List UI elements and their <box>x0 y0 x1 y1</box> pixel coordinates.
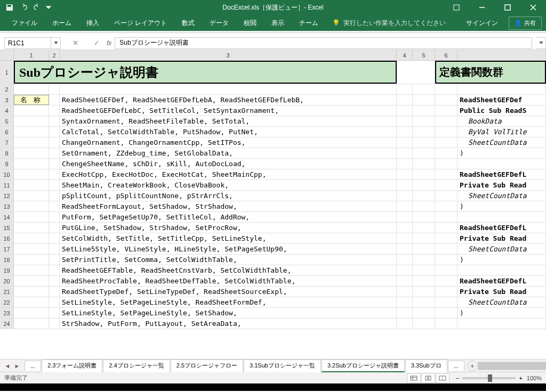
cell[interactable]: ExecHotCpp, ExecHotDoc, ExecHotCat, Shee… <box>60 169 397 179</box>
cell[interactable] <box>397 201 413 211</box>
cell[interactable] <box>413 212 435 222</box>
view-pagebreak-button[interactable] <box>436 373 449 383</box>
zoom-value[interactable]: 100% <box>527 375 542 381</box>
cell[interactable]: BookData <box>457 116 546 126</box>
sheet-tab[interactable]: 2.5プロシージャフロー <box>171 360 243 372</box>
cell[interactable] <box>397 255 413 265</box>
cell[interactable] <box>435 318 457 329</box>
sheet-tab[interactable]: 2.4プロシージャ一覧 <box>103 360 170 372</box>
row-header[interactable]: 18 <box>0 255 14 265</box>
tell-me-search[interactable]: 💡 実行したい作業を入力してください <box>332 19 446 28</box>
cell[interactable] <box>457 159 546 169</box>
cell[interactable] <box>435 265 457 275</box>
cell[interactable] <box>457 212 546 222</box>
cell[interactable]: SetLine5Style, VLineStyle, HLineStyle, S… <box>60 244 397 254</box>
cell[interactable] <box>397 180 413 190</box>
sheet-tab[interactable]: 3.1Subプロシージャ一覧 <box>244 360 321 372</box>
cell[interactable] <box>14 287 49 297</box>
row-header[interactable]: 14 <box>0 212 14 222</box>
cell[interactable] <box>14 212 49 222</box>
cell[interactable]: CalcTotal, SetColWidthTable, PutShadow, … <box>60 127 397 137</box>
cell[interactable]: ) <box>457 201 546 211</box>
cell[interactable]: ReadSheetGEFDef <box>457 95 546 105</box>
cell[interactable] <box>49 180 60 190</box>
cell[interactable] <box>397 318 413 329</box>
qat-dropdown-icon[interactable] <box>45 1 52 14</box>
formula-input[interactable]: Subプロシージャ説明書 <box>115 37 532 49</box>
cell[interactable] <box>457 84 546 94</box>
cell[interactable] <box>49 318 60 329</box>
row-header[interactable]: 7 <box>0 137 14 148</box>
sheet-tab-ellipsis[interactable]: ... <box>25 361 41 371</box>
sheet-tab[interactable]: 3.3Subプロ <box>405 360 447 372</box>
tab-nav-next[interactable]: ► <box>13 362 21 370</box>
zoom-in-button[interactable]: + <box>519 375 522 381</box>
row-header[interactable]: 17 <box>0 244 14 254</box>
column-header[interactable]: 4 <box>397 50 413 60</box>
cell[interactable] <box>49 201 60 211</box>
cell[interactable] <box>14 180 49 190</box>
row-header[interactable]: 1 <box>0 61 14 84</box>
cell[interactable] <box>49 116 60 126</box>
name-box-dropdown[interactable] <box>51 37 61 49</box>
cell[interactable] <box>413 95 435 105</box>
cell[interactable] <box>413 255 435 265</box>
horizontal-scrollbar[interactable] <box>478 362 546 370</box>
minimize-icon[interactable] <box>471 0 493 15</box>
column-header[interactable]: 1 <box>14 50 49 60</box>
cell[interactable]: ReadSheetGEFDefLebC, SetTitleCol, SetSyn… <box>60 105 397 116</box>
cell[interactable] <box>397 191 413 201</box>
cell[interactable] <box>435 276 457 286</box>
cell[interactable] <box>49 148 60 158</box>
cancel-formula-button[interactable]: ✕ <box>68 37 82 49</box>
cell[interactable] <box>14 137 49 148</box>
cell[interactable] <box>397 127 413 137</box>
cell[interactable]: SetLineStyle, SetPageLineStyle, SetShado… <box>60 308 397 318</box>
row-header[interactable]: 2 <box>0 84 14 94</box>
cell[interactable] <box>457 318 546 329</box>
cell[interactable]: SheetCountData <box>457 137 546 148</box>
cell[interactable] <box>397 308 413 318</box>
cell[interactable] <box>49 191 60 201</box>
cell[interactable] <box>435 127 457 137</box>
sheet-tab-more[interactable]: ... <box>448 361 464 371</box>
cell[interactable]: SyntaxOrnament, ReadSheetFileTable, SetT… <box>60 116 397 126</box>
cell[interactable] <box>435 255 457 265</box>
cell[interactable] <box>413 308 435 318</box>
row-header[interactable]: 21 <box>0 287 14 297</box>
cell[interactable] <box>49 255 60 265</box>
cell[interactable] <box>49 233 60 243</box>
cell[interactable]: ReadSheetGEFDefL <box>457 276 546 286</box>
cell[interactable] <box>435 223 457 233</box>
cell[interactable] <box>60 84 397 94</box>
row-header[interactable]: 16 <box>0 233 14 243</box>
cell[interactable]: ReadSheetTypeDef, SetLineTypeDef, ReadSh… <box>60 287 397 297</box>
cell[interactable] <box>49 105 60 116</box>
cell[interactable] <box>397 265 413 275</box>
cell[interactable] <box>397 95 413 105</box>
cell[interactable] <box>397 223 413 233</box>
cell[interactable] <box>413 223 435 233</box>
cell[interactable]: Private Sub Read <box>457 180 546 190</box>
cell[interactable] <box>413 105 435 116</box>
cell[interactable] <box>413 244 435 254</box>
save-icon[interactable] <box>3 1 16 14</box>
cell[interactable]: ) <box>457 308 546 318</box>
tab-pagelayout[interactable]: ページ レイアウト <box>107 15 174 31</box>
formula-expand[interactable] <box>536 37 546 49</box>
tab-home[interactable]: ホーム <box>45 15 79 31</box>
cell[interactable] <box>14 201 49 211</box>
cell[interactable]: ReadSheetGEFDefL <box>457 223 546 233</box>
cell[interactable] <box>435 180 457 190</box>
cell[interactable]: Private Sub Read <box>457 287 546 297</box>
cell[interactable]: ReadSheetGEFDef, ReadSheetGEFDefLebA, Re… <box>60 95 397 105</box>
cell[interactable]: ) <box>457 148 546 158</box>
tab-review[interactable]: 校閲 <box>236 15 264 31</box>
row-header[interactable]: 13 <box>0 201 14 211</box>
cell[interactable] <box>49 127 60 137</box>
cell[interactable]: Public Sub ReadS <box>457 105 546 116</box>
cell[interactable] <box>49 137 60 148</box>
cell[interactable]: SheetCountData <box>457 191 546 201</box>
cell[interactable]: ReadSheetGEFDefL <box>457 169 546 179</box>
view-pagelayout-button[interactable] <box>421 373 435 383</box>
